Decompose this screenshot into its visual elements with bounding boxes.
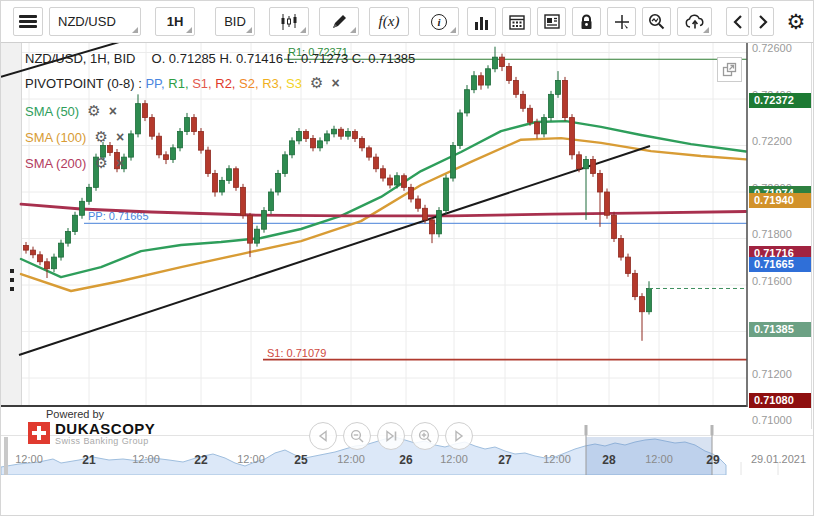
powered-by: Powered by DUKASCOPY Swiss Banking Group [28, 408, 155, 446]
zoom-in-icon [418, 429, 432, 443]
time-tick-day: 22 [194, 453, 207, 467]
price-tick-label: 0.71200 [752, 368, 792, 380]
bar-chart-icon [474, 14, 490, 30]
news-button[interactable] [537, 7, 566, 36]
sma-legend-200: SMA (200)⚙× [25, 154, 124, 172]
time-tick: 12:00 [15, 453, 43, 465]
powered-by-text: Powered by [46, 408, 155, 420]
scroll-left-button[interactable] [726, 7, 749, 36]
draw-tools-button[interactable] [319, 7, 359, 36]
calendar-button[interactable] [502, 7, 531, 36]
time-tick-day: 29 [706, 453, 719, 467]
skip-to-end-icon [385, 430, 398, 442]
time-tick: 12:00 [645, 453, 673, 465]
price-badge-072372: 0.72372 [749, 93, 811, 108]
go-to-latest-button[interactable] [377, 422, 405, 450]
pan-left-button[interactable] [309, 422, 337, 450]
zoom-out-button[interactable] [343, 422, 371, 450]
timeframe-label: 1H [167, 14, 184, 29]
lock-icon [579, 14, 594, 30]
time-tick: 12:00 [543, 453, 571, 465]
indicators-button[interactable]: f(x) [369, 7, 409, 36]
price-chart[interactable]: R1: 0.72371PP: 0.71665S1: 0.71079 [1, 1, 814, 475]
news-icon [544, 14, 560, 29]
price-tick-label: 0.71000 [752, 414, 792, 426]
price-badge-071940: 0.71940 [749, 193, 811, 208]
pivotpoint-legend: PIVOTPOINT (0-8) : PP, R1, S1, R2, S2, R… [25, 74, 340, 92]
zoom-chart-icon [648, 13, 665, 30]
chart-header: NZD/USD, 1H, BIDO. 0.71285 H. 0.71416 L.… [25, 51, 415, 66]
pan-right-button[interactable] [445, 422, 473, 450]
pivot-close-icon[interactable]: × [331, 75, 339, 91]
panel-drag-handle[interactable] [8, 269, 16, 296]
pivot-item-s3: S3 [286, 76, 302, 91]
sma-settings-gear-icon[interactable]: ⚙ [87, 102, 100, 119]
time-tick-day: 28 [602, 453, 615, 467]
sma-close-icon[interactable]: × [116, 129, 124, 145]
pivot-item-pp: PP, [145, 76, 168, 91]
triangle-left-icon [317, 430, 329, 442]
expand-icon [722, 62, 737, 77]
detach-chart-button[interactable] [717, 57, 742, 82]
price-tick-label: 0.71600 [752, 275, 792, 287]
cloud-upload-icon [685, 14, 705, 30]
crosshair-button[interactable] [607, 7, 636, 36]
lock-button[interactable] [572, 7, 601, 36]
pivot-item-r1: R1, [168, 76, 192, 91]
zoom-in-button[interactable] [411, 422, 439, 450]
pivot-item-r2: R2, [215, 76, 239, 91]
chart-title: NZD/USD, 1H, BID [25, 51, 136, 66]
scroll-right-button[interactable] [751, 7, 774, 36]
pencil-icon [331, 13, 348, 30]
timeframe-select[interactable]: 1H [155, 7, 195, 36]
time-tick-day: 26 [399, 453, 412, 467]
price-badge-071080: 0.71080 [749, 393, 811, 408]
trendline-1 [19, 146, 650, 355]
sma-label: SMA (50) [25, 104, 79, 119]
pivot-settings-gear-icon[interactable]: ⚙ [310, 74, 323, 91]
price-badge-071385: 0.71385 [749, 322, 811, 337]
volume-button[interactable] [467, 7, 496, 36]
sma-label: SMA (100) [25, 130, 86, 145]
chart-zoom-button[interactable] [642, 7, 671, 36]
indicator-name: PIVOTPOINT (0-8) : [25, 76, 145, 91]
info-icon: i [431, 14, 447, 30]
price-tick-label: 0.72600 [752, 42, 792, 54]
chevron-right-icon [758, 15, 768, 29]
time-tick: 12:00 [132, 453, 160, 465]
date-label: 29.01.2021 [751, 453, 806, 465]
brand-name: DUKASCOPY [55, 422, 155, 436]
brand-subtitle: Swiss Banking Group [55, 436, 155, 446]
zoom-out-icon [350, 429, 364, 443]
price-tick-label: 0.72200 [752, 135, 792, 147]
sma-close-icon[interactable]: × [109, 103, 117, 119]
time-tick: 12:00 [337, 453, 365, 465]
pivot-item-r3: R3, [262, 76, 286, 91]
side-strip [1, 1, 21, 406]
time-tick: 12:00 [237, 453, 265, 465]
cloud-save-button[interactable] [677, 7, 712, 36]
sma-settings-gear-icon[interactable]: ⚙ [94, 128, 107, 145]
info-button[interactable]: i [419, 7, 459, 36]
pivot-item-s2: S2, [239, 76, 262, 91]
time-tick-day: 27 [498, 453, 511, 467]
time-tick-day: 25 [294, 453, 307, 467]
dukascopy-logo-icon [28, 422, 50, 444]
sma-settings-gear-icon[interactable]: ⚙ [94, 154, 107, 171]
instrument-select[interactable]: NZD/USD [49, 7, 141, 36]
settings-button[interactable]: ⚙ [782, 7, 810, 36]
toolbar: NZD/USD 1H BID f(x) i [1, 1, 813, 43]
crosshair-icon [614, 14, 630, 30]
price-type-select[interactable]: BID [215, 7, 255, 36]
fx-icon: f(x) [379, 13, 400, 30]
menu-icon [19, 15, 37, 28]
overview-left-edge [4, 437, 8, 475]
sma-close-icon[interactable]: × [116, 155, 124, 171]
sma-label: SMA (200) [25, 156, 86, 171]
menu-button[interactable] [13, 7, 43, 36]
chevron-left-icon [733, 15, 743, 29]
gear-icon: ⚙ [787, 10, 806, 34]
chart-type-button[interactable] [269, 7, 309, 36]
pivot-line-label-s1: S1: 0.71079 [267, 347, 326, 359]
sma-legend-100: SMA (100)⚙× [25, 128, 124, 146]
